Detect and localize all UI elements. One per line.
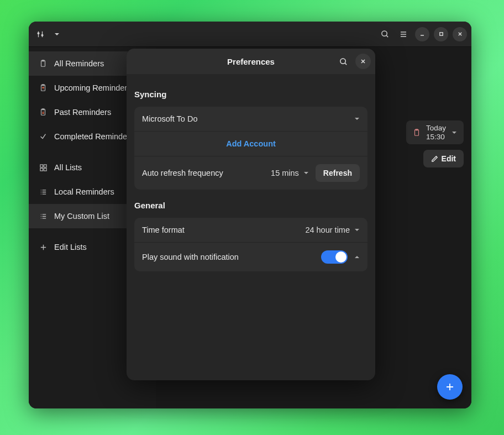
grid-icon: [39, 163, 48, 172]
account-label: Microsoft To Do: [142, 114, 197, 123]
reminder-time: 15:30: [426, 133, 446, 141]
clipboard-icon: [413, 129, 421, 137]
sidebar-item-label: All Reminders: [54, 59, 104, 68]
clipboard-icon: [39, 59, 48, 68]
add-reminder-fab[interactable]: [437, 374, 463, 400]
edit-button[interactable]: Edit: [423, 150, 464, 167]
svg-point-0: [38, 32, 39, 34]
hamburger-menu[interactable]: [396, 27, 411, 41]
edit-button-label: Edit: [442, 154, 456, 163]
syncing-card: Microsoft To Do Add Account Auto refresh…: [134, 107, 368, 190]
dialog-search-button[interactable]: [335, 54, 351, 69]
check-icon: [39, 132, 48, 141]
chevron-up-icon[interactable]: [354, 254, 360, 260]
plus-icon: [445, 382, 455, 392]
auto-refresh-value: 15 mins: [271, 169, 299, 177]
titlebar-dropdown[interactable]: [50, 27, 64, 41]
chevron-down-icon: [452, 130, 457, 135]
svg-rect-14: [414, 129, 418, 135]
general-section-title: General: [134, 201, 368, 210]
time-format-dropdown[interactable]: 24 hour time: [305, 226, 360, 234]
auto-refresh-label: Auto refresh frequency: [142, 169, 223, 177]
sidebar-item-label: Past Reminders: [54, 108, 111, 117]
sidebar-item-label: Local Reminders: [54, 187, 114, 196]
dialog-close-button[interactable]: [355, 54, 371, 69]
search-button[interactable]: [377, 27, 392, 41]
chevron-down-icon: [354, 116, 360, 122]
chevron-down-icon: [354, 227, 360, 233]
sidebar-item-label: Completed Reminders: [54, 132, 134, 141]
titlebar: [29, 22, 471, 47]
sidebar-item-label: All Lists: [54, 163, 82, 172]
general-card: Time format 24 hour time Play sound with…: [134, 218, 368, 271]
reminder-datetime-chip[interactable]: Today 15:30: [406, 120, 464, 144]
svg-point-2: [381, 31, 386, 36]
syncing-section-title: Syncing: [134, 90, 368, 99]
svg-rect-13: [44, 168, 46, 171]
svg-rect-3: [439, 33, 442, 35]
dialog-header: Preferences: [127, 49, 375, 74]
list-icon: [39, 212, 48, 221]
auto-refresh-row: Auto refresh frequency 15 mins Refresh: [134, 156, 368, 190]
refresh-button[interactable]: Refresh: [316, 164, 360, 182]
svg-rect-11: [44, 164, 46, 167]
chevron-down-icon: [303, 170, 309, 176]
sound-toggle[interactable]: [321, 250, 348, 264]
minimize-button[interactable]: [415, 27, 429, 41]
filter-button[interactable]: [33, 27, 48, 41]
time-format-row[interactable]: Time format 24 hour time: [134, 218, 368, 242]
refresh-button-label: Refresh: [323, 169, 352, 177]
close-button[interactable]: [453, 27, 467, 41]
sound-notification-row: Play sound with notification: [134, 242, 368, 271]
svg-rect-12: [40, 168, 43, 171]
time-format-label: Time format: [142, 226, 185, 234]
svg-point-1: [41, 34, 43, 36]
preferences-dialog: Preferences Syncing Microsoft To Do Add …: [127, 49, 375, 380]
plus-icon: [39, 243, 48, 251]
add-account-row[interactable]: Add Account: [134, 131, 368, 156]
add-account-link[interactable]: Add Account: [142, 139, 360, 148]
svg-rect-10: [40, 164, 43, 167]
pencil-icon: [431, 155, 438, 163]
account-row[interactable]: Microsoft To Do: [134, 107, 368, 131]
sidebar-item-label: Upcoming Reminders: [54, 83, 131, 92]
clipboard-past-icon: [39, 108, 48, 117]
sidebar-item-label: My Custom List: [54, 212, 109, 221]
maximize-button[interactable]: [434, 27, 448, 41]
svg-point-16: [340, 58, 345, 63]
auto-refresh-dropdown[interactable]: 15 mins: [271, 169, 309, 177]
reminder-date: Today: [426, 124, 446, 133]
sound-label: Play sound with notification: [142, 253, 239, 261]
list-icon: [39, 187, 48, 196]
dialog-title: Preferences: [227, 57, 275, 66]
sidebar-item-label: Edit Lists: [54, 243, 87, 251]
time-format-value: 24 hour time: [305, 226, 350, 234]
clipboard-up-icon: [39, 83, 48, 92]
svg-rect-4: [41, 61, 45, 67]
